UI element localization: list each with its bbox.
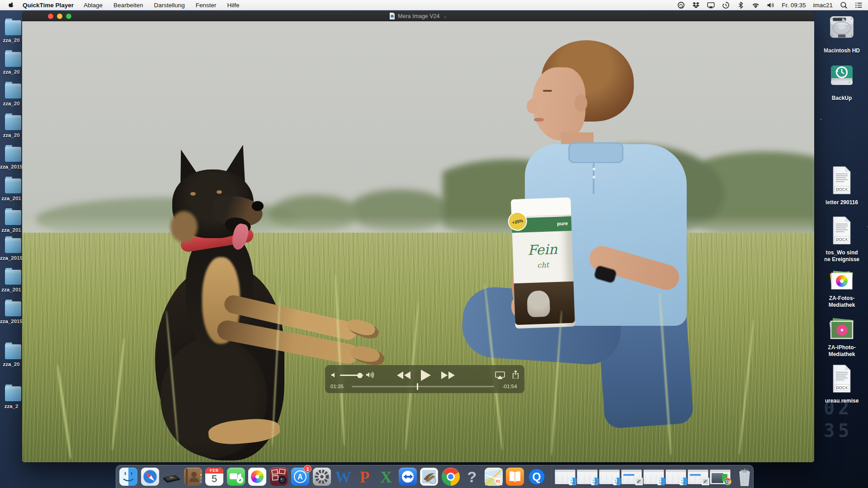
wifi-icon[interactable]: [752, 1, 760, 9]
desktop-folder[interactable]: zza_20: [0, 20, 23, 43]
desktop-folder[interactable]: zza_20: [0, 52, 23, 75]
dock-app-photo-booth[interactable]: [269, 467, 288, 486]
dock-app-excel[interactable]: X: [377, 467, 396, 486]
window-titlebar[interactable]: Mera Image V24 ⌄: [22, 11, 814, 21]
rewind-button[interactable]: [396, 371, 410, 379]
dock-app-system-preferences[interactable]: [312, 467, 331, 486]
dock-app-chrome[interactable]: [441, 467, 460, 486]
fast-forward-button[interactable]: [441, 371, 455, 379]
dock-app-facetime[interactable]: [226, 467, 245, 486]
menu-clock[interactable]: Fr. 09:35: [782, 2, 806, 9]
creative-cloud-icon[interactable]: [677, 1, 685, 9]
desktop-folder[interactable]: zza_20: [0, 344, 23, 367]
folder-icon: [5, 52, 21, 67]
dock-app-word[interactable]: W: [334, 467, 353, 486]
dock-app-maps[interactable]: 3D: [484, 467, 503, 486]
dock: FEB5A1WPX?3DQ: [116, 465, 754, 488]
dock-app-powerpoint[interactable]: P: [355, 467, 374, 486]
minimize-button[interactable]: [57, 14, 62, 19]
dropbox-icon[interactable]: [692, 1, 700, 9]
folder-label: zza_201: [0, 227, 23, 233]
volume-icon[interactable]: [767, 1, 774, 9]
active-app-name[interactable]: QuickTime Player: [23, 0, 74, 10]
folder-icon: [5, 344, 21, 359]
desktop-item-iphoto-library[interactable]: ZA-iPhoto-Mediathek: [816, 315, 867, 358]
volume-max-icon[interactable]: [366, 371, 374, 379]
timeline-scrubber[interactable]: [352, 386, 494, 387]
dock-app-safari[interactable]: [141, 467, 160, 486]
desktop-folder[interactable]: zza_20: [0, 115, 23, 138]
volume-min-icon[interactable]: [330, 371, 338, 379]
folder-label: zza_20: [0, 101, 23, 106]
chevron-down-icon[interactable]: ⌄: [443, 14, 447, 19]
dock-divider: [550, 467, 551, 487]
desktop-item-label: Macintosh HD: [824, 47, 860, 54]
notification-center-icon[interactable]: [855, 1, 863, 9]
dock-app-help[interactable]: ?: [462, 467, 481, 486]
spotlight-search-icon[interactable]: [840, 1, 848, 9]
dock-app-mail[interactable]: [420, 467, 439, 486]
video-content[interactable]: pure +35% Fein cht: [22, 21, 814, 462]
dock-app-calendar[interactable]: FEB5: [205, 467, 224, 486]
play-button[interactable]: [421, 370, 431, 381]
desktop-folder[interactable]: zza_2: [0, 386, 23, 409]
desktop-item-photos-library[interactable]: ZA-Fotos-Mediathek: [816, 268, 867, 309]
desktop-folder[interactable]: zza_20: [0, 84, 23, 106]
docx-file-icon: DOCX: [829, 216, 854, 247]
dock-app-image-capture[interactable]: [162, 467, 181, 486]
playhead[interactable]: [417, 383, 418, 390]
minimized-window-finder[interactable]: [665, 469, 686, 484]
bluetooth-icon[interactable]: [737, 1, 745, 9]
desktop-item-docx-file[interactable]: DOCXletter 290116: [816, 166, 867, 206]
dock-app-contacts[interactable]: [184, 467, 203, 486]
minimized-window-finder[interactable]: [555, 469, 576, 484]
volume-knob[interactable]: [357, 373, 363, 378]
desktop-item-docx-file[interactable]: DOCXureau remise: [816, 364, 867, 404]
minimized-window-finder[interactable]: [577, 469, 598, 484]
time-machine-icon[interactable]: [722, 1, 730, 9]
minimized-window-finder[interactable]: [643, 469, 664, 484]
folder-icon: [5, 20, 21, 35]
desktop-folder[interactable]: zza_2015: [0, 238, 23, 261]
desktop-folder[interactable]: zza_201: [0, 210, 23, 233]
desktop-folder[interactable]: zza_2015_: [0, 301, 23, 324]
desktop-folder[interactable]: zza_2015: [0, 147, 23, 169]
dock-app-photos[interactable]: [248, 467, 267, 486]
airplay-display-icon[interactable]: [707, 1, 715, 9]
menu-user[interactable]: imac21: [813, 2, 833, 9]
trash-icon[interactable]: [735, 466, 755, 487]
minimized-window-mail[interactable]: [688, 469, 708, 484]
share-button[interactable]: [512, 370, 519, 379]
desktop-item-label: ureau remise: [825, 398, 859, 404]
dock-app-quicktime[interactable]: Q: [527, 467, 546, 486]
dock-app-app-store[interactable]: A1: [291, 467, 310, 486]
close-button[interactable]: [48, 14, 53, 19]
dock-app-finder[interactable]: [119, 467, 138, 486]
minimized-window-chrome[interactable]: [710, 469, 731, 484]
airplay-button[interactable]: [495, 371, 505, 379]
volume-slider[interactable]: [340, 375, 363, 376]
minimized-window-mail[interactable]: [621, 469, 642, 484]
dock-app-ibooks[interactable]: [505, 467, 524, 486]
apple-menu[interactable]: [7, 0, 14, 10]
desktop-folder[interactable]: zza_201: [0, 178, 23, 201]
desktop-item-docx-file[interactable]: DOCXtos_Wo sindne Ereignisse: [816, 216, 867, 263]
desktop-item-hard-drive[interactable]: Macintosh HD: [816, 15, 867, 54]
desktop-folder[interactable]: zza_201: [0, 270, 23, 292]
menu-item-ablage[interactable]: Ablage: [84, 2, 103, 9]
folder-label: zza_2015_: [0, 319, 23, 324]
menu-item-fenster[interactable]: Fenster: [196, 2, 217, 9]
finder-badge-icon: [657, 478, 665, 485]
folder-label: zza_201: [0, 196, 23, 201]
zoom-button[interactable]: [66, 14, 71, 19]
minimized-window-finder[interactable]: [599, 469, 620, 484]
menu-item-bearbeiten[interactable]: Bearbeiten: [113, 2, 143, 9]
menu-item-darstellung[interactable]: Darstellung: [154, 2, 184, 9]
desktop-item-time-machine-drive[interactable]: BackUp: [816, 63, 867, 102]
dock-app-teamviewer[interactable]: [398, 467, 417, 486]
elapsed-time: 01:35: [330, 384, 344, 389]
folder-icon: [5, 301, 21, 316]
mail-badge-icon: [702, 478, 709, 485]
notification-badge: 1: [304, 465, 311, 473]
menu-item-hilfe[interactable]: Hilfe: [227, 2, 240, 9]
